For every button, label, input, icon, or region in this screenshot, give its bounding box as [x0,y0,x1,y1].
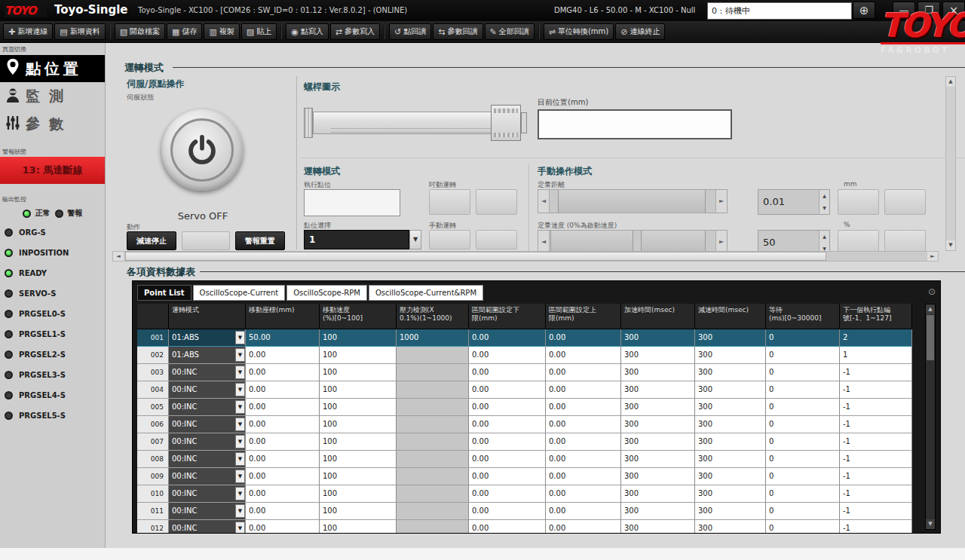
alarm-reset-button[interactable]: 警報重置 [235,231,285,250]
table-row[interactable]: 01100:INC▼0.001000.000.003003000-1 [137,503,923,520]
scroll-up-icon[interactable]: ▲ [926,304,935,314]
row-number-cell[interactable]: 004 [137,381,169,399]
cell-speed[interactable]: 100 [320,503,397,520]
cell-next[interactable]: -1 [840,381,912,399]
table-row[interactable]: 01000:INC▼0.001000.000.003003000-1 [137,485,923,503]
cell-wait[interactable]: 0 [766,399,840,416]
table-row[interactable]: 00700:INC▼0.001000.000.003003000-1 [137,433,923,451]
tab-point-list[interactable]: Point List [137,285,191,301]
cell-speed[interactable]: 100 [320,468,397,485]
cell-wait[interactable]: 0 [766,451,840,468]
cell-coord[interactable]: 0.00 [246,416,320,433]
cell-wait[interactable]: 0 [766,433,840,451]
cell-wait[interactable]: 0 [766,381,840,399]
cell-speed[interactable]: 100 [320,399,397,416]
mode-dropdown-cell[interactable]: 00:INC▼ [169,399,246,416]
cell-decel[interactable]: 300 [695,381,766,399]
cell-wait[interactable]: 0 [766,520,840,534]
chevron-down-icon[interactable]: ▼ [235,400,245,414]
cell-decel[interactable]: 300 [695,451,766,468]
cell-decel[interactable]: 300 [695,520,766,534]
chevron-down-icon[interactable]: ▼ [235,522,245,534]
scroll-up-icon[interactable]: ▲ [946,77,955,87]
mode-dropdown-cell[interactable]: 00:INC▼ [169,364,246,381]
cell-speed[interactable]: 100 [320,451,397,468]
row-number-cell[interactable]: 003 [137,364,169,381]
decel-stop-button[interactable]: 減速停止 [127,231,176,250]
tab-options-icon[interactable]: ⊙ [928,286,936,297]
row-number-cell[interactable]: 012 [137,520,169,534]
table-row[interactable]: 00201:ABS▼0.001000.000.0030030001 [137,347,923,364]
mode-dropdown-cell[interactable]: 00:INC▼ [169,433,246,451]
toolbar-button-point-readback[interactable]: ↺點回讀 [389,23,431,40]
cell-upper[interactable]: 0.00 [546,399,621,416]
cell-accel[interactable]: 300 [621,347,695,364]
toolbar-button-copy[interactable]: ▥複製 [204,23,239,40]
cell-accel[interactable]: 300 [621,468,695,485]
table-row[interactable]: 00600:INC▼0.001000.000.003003000-1 [137,416,923,433]
toolbar-button-new-data[interactable]: ▤新增資料 [54,23,105,40]
cell-accel[interactable]: 300 [621,485,695,503]
mode-dropdown-cell[interactable]: 00:INC▼ [169,381,246,399]
cell-next[interactable]: -1 [840,399,912,416]
cell-accel[interactable]: 300 [621,364,695,381]
table-row[interactable]: 00300:INC▼0.001000.000.003003000-1 [137,364,923,381]
cell-wait[interactable]: 0 [766,485,840,503]
toolbar-button-param-write[interactable]: ⇄參數寫入 [330,23,380,40]
sidebar-item-monitor[interactable]: 監測 [0,83,105,110]
row-number-cell[interactable]: 007 [137,433,169,451]
row-number-cell[interactable]: 006 [137,416,169,433]
chevron-down-icon[interactable]: ▼ [235,452,245,466]
cell-coord[interactable]: 0.00 [246,381,320,399]
scroll-down-icon[interactable]: ▼ [946,240,955,250]
slider-thumb[interactable] [550,231,633,253]
row-number-cell[interactable]: 009 [137,468,169,485]
point-select-dropdown[interactable]: 1 [304,230,409,249]
mode-dropdown-cell[interactable]: 00:INC▼ [169,503,246,520]
slider-left-arrow-icon[interactable]: ◄ [538,190,550,213]
cell-decel[interactable]: 300 [695,503,766,520]
table-vertical-scrollbar[interactable]: ▲ ▼ [925,304,936,530]
table-row[interactable]: 00800:INC▼0.001000.000.003003000-1 [137,451,923,468]
cell-coord[interactable]: 50.00 [246,329,320,347]
row-number-cell[interactable]: 008 [137,451,169,468]
cell-lower[interactable]: 0.00 [469,347,546,364]
row-number-cell[interactable]: 002 [137,347,169,364]
mode-dropdown-cell[interactable]: 00:INC▼ [169,416,246,433]
cell-next[interactable]: -1 [840,433,912,451]
cell-wait[interactable]: 0 [766,416,840,433]
cell-lower[interactable]: 0.00 [469,520,546,534]
spin-up-icon[interactable]: ▲ [819,190,829,202]
cell-decel[interactable]: 300 [695,416,766,433]
slider-right-arrow-icon[interactable]: ► [715,231,727,253]
chevron-down-icon[interactable]: ▼ [235,487,245,500]
cell-upper[interactable]: 0.00 [546,329,621,347]
cell-upper[interactable]: 0.00 [546,416,621,433]
sidebar-item-parameters[interactable]: 參數 [0,111,105,138]
slider-left-arrow-icon[interactable]: ◄ [538,231,550,253]
table-row[interactable]: 00900:INC▼0.001000.000.003003000-1 [137,468,923,485]
current-position-field[interactable] [538,109,732,139]
cell-next[interactable]: -1 [840,364,912,381]
mode-dropdown-cell[interactable]: 00:INC▼ [169,451,246,468]
panel-vertical-scrollbar[interactable]: ▲ ▼ [945,76,956,251]
toolbar-button-save[interactable]: ▦儲存 [167,23,202,40]
scroll-thumb[interactable] [125,252,826,261]
chevron-down-icon[interactable]: ▼ [235,435,245,448]
cell-coord[interactable]: 0.00 [246,451,320,468]
scroll-left-icon[interactable]: ◄ [113,252,124,261]
scroll-down-icon[interactable]: ▼ [926,519,935,529]
exec-point-field[interactable] [304,189,400,216]
cell-coord[interactable]: 0.00 [246,485,320,503]
cell-upper[interactable]: 0.00 [546,381,621,399]
distance-spinner[interactable]: 0.01 ▲▼ [758,189,830,215]
toolbar-button-unit-convert[interactable]: ⇌單位轉換(mm) [544,23,614,40]
cell-decel[interactable]: 300 [695,364,766,381]
cell-lower[interactable]: 0.00 [469,468,546,485]
cell-next[interactable]: -1 [840,520,912,534]
cell-coord[interactable]: 0.00 [246,468,320,485]
cell-lower[interactable]: 0.00 [469,503,546,520]
cell-upper[interactable]: 0.00 [546,468,621,485]
scroll-thumb[interactable] [927,315,934,360]
toolbar-button-disconnect[interactable]: ⊘連線終止 [615,23,665,40]
